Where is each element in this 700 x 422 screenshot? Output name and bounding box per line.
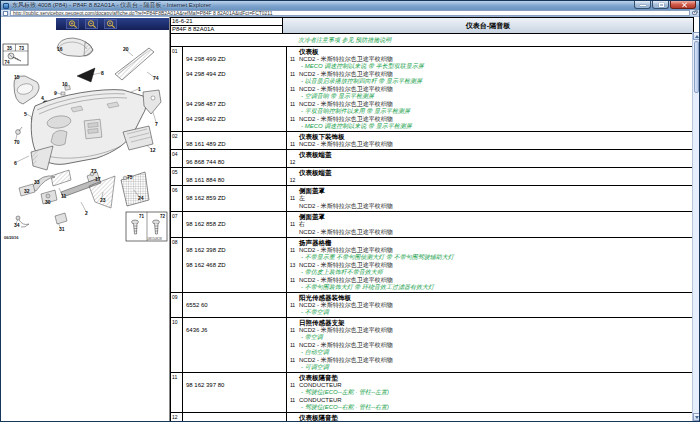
- diagram-pane: 35 73 74 71 72: [1, 17, 169, 421]
- viewer-toolbar: [56, 18, 169, 30]
- scroll-down-button[interactable]: [693, 413, 700, 421]
- doc-header: 16-6-21 P84F 8 82A01A 仪表台-隔音板: [170, 17, 694, 33]
- callout-12: 12: [150, 147, 156, 153]
- part-entry: 98 162 859 ZD11左: [183, 194, 693, 202]
- row-title: 阳光传感器装饰板: [299, 293, 693, 301]
- row-title: 侧面盖罩: [299, 212, 693, 220]
- part-entry: 11NCD2 - 米斯特拉尔也卫途平纹织物- 空调音响 带 显示平检测屏: [183, 85, 693, 100]
- entry-index: 11: [286, 194, 299, 202]
- entry-index: 11: [286, 140, 299, 148]
- part-entry: 11NCD2 - 米斯特拉尔也卫途平纹织物- 不带句围装饰大灯 带 环绕音效工过…: [183, 276, 693, 291]
- row-index: 12: [171, 413, 183, 422]
- row-index: 02: [171, 132, 183, 149]
- scroll-thumb[interactable]: [694, 41, 699, 93]
- maximize-button[interactable]: [652, 1, 669, 9]
- entry-text: NCD2 - 米斯特拉尔也卫途平纹织物: [299, 229, 693, 236]
- table-row: 06侧面盖罩98 162 859 ZD11左NCD2 - 米斯特拉尔也卫途平纹织…: [171, 185, 693, 211]
- zoom-in-icon: [68, 20, 78, 28]
- part-entry: 11NCD2 - 米斯特拉尔也卫途平纹织物- 可调空调: [183, 356, 693, 371]
- entry-desc: [299, 176, 693, 184]
- content-area: 35 73 74 71 72: [1, 17, 699, 421]
- entry-text: NCD2 - 米斯特拉尔也卫途平纹织物: [299, 71, 693, 78]
- row-index: 01: [171, 47, 183, 131]
- part-entry: 98 162 468 ZD13NCD2 - 米斯特拉尔也卫途平纹织物- 带仿皮上…: [183, 261, 693, 276]
- url-field[interactable]: http://public.servicebox.peugeot.com/doc…: [10, 10, 690, 16]
- entry-note: - 带空调: [299, 334, 693, 341]
- zoom-out-button[interactable]: [85, 19, 98, 29]
- callout-11: 11: [61, 193, 67, 199]
- entry-text: NCD2 - 米斯特拉尔也卫途平纹织物: [299, 116, 693, 123]
- svg-text:71: 71: [139, 214, 145, 219]
- part-number: 98 162 468 ZD: [183, 261, 286, 276]
- row-index: 10: [171, 318, 183, 372]
- entry-note: - 自动空调: [299, 349, 693, 356]
- part-number: [183, 396, 286, 411]
- table-row: 02仪表板下装饰板98 161 489 ZD11NCD2 - 米斯特拉尔也卫途平…: [171, 131, 693, 149]
- entry-text: NCD2 - 米斯特拉尔也卫途平纹织物: [299, 357, 693, 364]
- callout-4: 4: [41, 95, 44, 101]
- zoom-fit-button[interactable]: [104, 19, 117, 29]
- scroll-up-button[interactable]: [693, 32, 700, 40]
- entry-note: - 驾驶位(ECO--左舵 · 管柱--左置): [299, 389, 693, 396]
- entry-text: NCD2 - 米斯特拉尔也卫途平纹织物: [299, 86, 693, 93]
- callout-15: 15: [14, 74, 20, 80]
- entry-index: 11: [286, 55, 299, 70]
- entry-desc: NCD2 - 米斯特拉尔也卫途平纹织物- 带空调: [299, 326, 693, 341]
- row-title: 仪表板隔音垫: [299, 413, 693, 421]
- scroll-down-icon: [695, 416, 699, 419]
- vertical-scrollbar[interactable]: [692, 32, 699, 421]
- lock-icon: [692, 11, 697, 15]
- entry-index: [286, 228, 299, 236]
- zoom-in-button[interactable]: [66, 19, 79, 29]
- doc-reference: P84F 8 82A01A: [171, 26, 282, 33]
- entry-note: - MECO 调速控制以来说 带 半长型双联显示屏: [299, 63, 693, 70]
- inset-box-top: 35 73 74: [3, 44, 28, 65]
- part-number: 98 161 489 ZD: [183, 140, 286, 148]
- titlebar: 东风标致 4008 (P84) - P84F 8 82A01A - 仪表台 - …: [1, 1, 699, 10]
- entry-note: - 不带显示重 不带句围侦测大灯 带 不带句围驾驶辅助大灯: [299, 254, 693, 261]
- close-button[interactable]: [670, 1, 696, 9]
- part-number: 94 298 487 ZD: [183, 100, 286, 115]
- parts-table: 次冷者注意事项 参见 预防措施说明 01仪表板94 298 499 ZD11NC…: [170, 33, 694, 422]
- entry-note: - 平双音响控制件以来用 带 显示平检测屏: [299, 108, 693, 115]
- entry-desc: CONDUCTEUR- 驾驶位(ECO--左舵 · 管柱--左置): [299, 381, 693, 396]
- table-row: 07侧面盖罩98 162 858 ZD11右NCD2 - 米斯特拉尔也卫途平纹织…: [171, 211, 693, 237]
- entry-index: 13: [286, 261, 299, 276]
- entry-note: - 以音质启录播放控制四向杆 带 显示平检测屏: [299, 78, 693, 85]
- minimize-button[interactable]: [634, 1, 651, 9]
- callout-73: 73: [91, 168, 97, 174]
- part-number: [183, 276, 286, 291]
- callout-17: 17: [95, 176, 101, 182]
- callout-10: 10: [62, 81, 68, 87]
- entry-desc: NCD2 - 米斯特拉尔也卫途平纹织物- 带仿皮上装饰杆不带音效大师: [299, 261, 693, 276]
- part-entry: NCD2 - 米斯特拉尔也卫途平纹织物: [183, 202, 693, 210]
- entry-index: 11: [286, 115, 299, 130]
- part-number: 94 298 499 ZD: [183, 55, 286, 70]
- entry-desc: NCD2 - 米斯特拉尔也卫途平纹织物: [299, 140, 693, 148]
- doc-date: 16-6-21: [171, 18, 282, 26]
- entry-desc: NCD2 - 米斯特拉尔也卫途平纹织物- 自动空调: [299, 341, 693, 356]
- part-entry: 98 162 397 8011CONDUCTEUR- 驾驶位(ECO--左舵 ·…: [183, 381, 693, 396]
- callout-9: 9: [54, 90, 57, 96]
- entry-index: 11: [286, 220, 299, 228]
- entry-note: - 带仿皮上装饰杆不带音效大师: [299, 269, 693, 276]
- entry-desc: NCD2 - 米斯特拉尔也卫途平纹织物- 不带显示重 不带句围侦测大灯 带 不带…: [299, 246, 693, 261]
- row-index: 08: [171, 238, 183, 292]
- exploded-diagram: 35 73 74 71 72: [1, 30, 169, 245]
- callout-7: 7: [155, 121, 158, 127]
- parts-pane: 16-6-21 P84F 8 82A01A 仪表台-隔音板 次冷者注意事项 参见…: [169, 17, 694, 421]
- entry-desc: NCD2 - 米斯特拉尔也卫途平纹织物- 平双音响控制件以来用 带 显示平检测屏: [299, 100, 693, 115]
- row-index: 07: [171, 212, 183, 237]
- zoom-fit-icon: [106, 20, 116, 28]
- part-number: 98 161 884 80: [183, 176, 286, 184]
- part-number: [183, 341, 286, 356]
- favicon-icon: [3, 3, 9, 9]
- entry-index: 11: [286, 326, 299, 341]
- callout-23: 23: [100, 197, 106, 203]
- entry-desc: [299, 158, 693, 166]
- svg-text:35: 35: [7, 46, 13, 51]
- part-entry: 94 298 494 ZD11NCD2 - 米斯特拉尔也卫途平纹织物- 以音质启…: [183, 70, 693, 85]
- table-row: 01仪表板94 298 499 ZD11NCD2 - 米斯特拉尔也卫途平纹织物-…: [171, 46, 693, 131]
- row-index: 05: [171, 168, 183, 185]
- diagram-date: 06/2016: [4, 235, 19, 240]
